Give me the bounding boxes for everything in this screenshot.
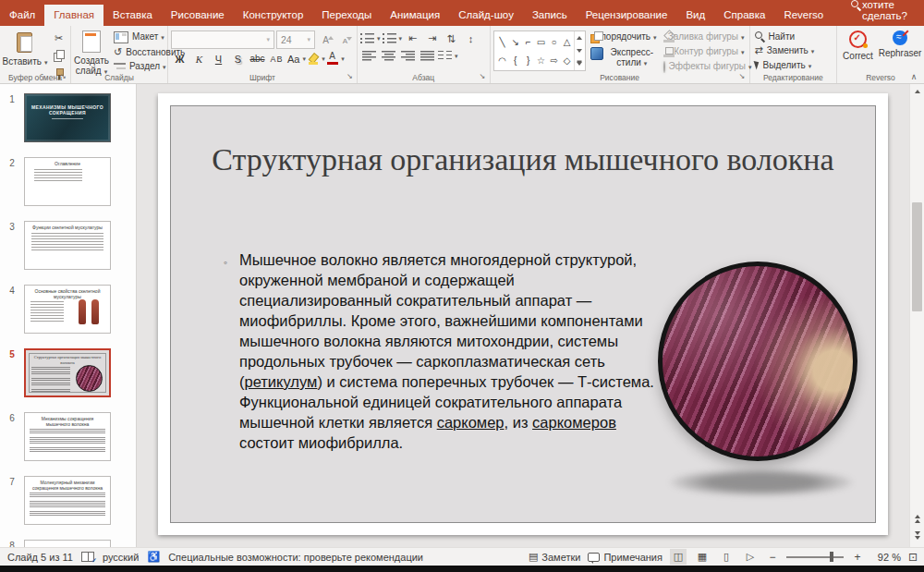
spellcheck-icon[interactable] bbox=[81, 552, 94, 562]
select-button[interactable]: Выделить bbox=[753, 59, 833, 72]
justify-button[interactable] bbox=[419, 48, 436, 64]
font-color-button[interactable] bbox=[327, 51, 345, 67]
text-highlight-button[interactable] bbox=[308, 51, 325, 67]
font-size-combo[interactable]: 24 bbox=[276, 30, 315, 49]
shape-outline-button[interactable]: Контур фигуры bbox=[662, 45, 747, 58]
bold-button[interactable]: Ж bbox=[171, 51, 188, 67]
slide-sorter-view-button[interactable] bbox=[694, 549, 711, 565]
tell-me-search[interactable]: Что вы хотите сделать? bbox=[851, 0, 924, 21]
comments-toggle[interactable]: Примечания bbox=[588, 552, 663, 563]
italic-button[interactable]: К bbox=[190, 51, 208, 67]
muscle-tissue-image[interactable] bbox=[658, 262, 857, 461]
bullets-button[interactable] bbox=[360, 30, 381, 46]
slide-counter[interactable]: Слайд 5 из 11 bbox=[7, 552, 73, 563]
reading-view-button[interactable] bbox=[718, 549, 735, 565]
paragraph-dialog-launcher-icon[interactable] bbox=[479, 73, 488, 82]
tab-record[interactable]: Запись bbox=[523, 5, 577, 26]
slide-editor[interactable]: Структурная организация мышечного волокн… bbox=[158, 93, 888, 535]
text-shadow-button[interactable]: S bbox=[229, 51, 247, 67]
text-direction-button[interactable] bbox=[443, 30, 460, 46]
slide-title-text[interactable]: Структурная организация мышечного волокн… bbox=[204, 140, 842, 179]
paste-button[interactable]: Вставить bbox=[3, 29, 47, 67]
arrow-shape-icon[interactable] bbox=[509, 32, 522, 51]
tab-slide-show[interactable]: Слайд-шоу bbox=[449, 5, 523, 26]
shapes-gallery-scrollbar[interactable] bbox=[574, 31, 585, 70]
zoom-slider-thumb[interactable] bbox=[830, 552, 833, 562]
left-brace-shape-icon[interactable] bbox=[509, 51, 522, 69]
replace-button[interactable]: Заменить bbox=[753, 44, 833, 57]
align-left-button[interactable] bbox=[360, 48, 378, 64]
thumbnail-preview[interactable]: Механизмы сокращения мышечного волокна bbox=[24, 412, 111, 461]
thumbnail-slide-2[interactable]: 2 Оглавление bbox=[0, 157, 136, 213]
thumbnail-slide-4[interactable]: 4 Основные свойства скелетной мускулатур… bbox=[0, 285, 136, 340]
thumbnail-preview[interactable]: Структурная организация мышечного волокн… bbox=[24, 348, 111, 397]
reverso-correct-button[interactable]: Correct bbox=[840, 29, 876, 61]
thumbnail-preview[interactable]: Функции скелетной мускулатуры bbox=[24, 221, 111, 270]
thumbnail-preview[interactable]: Основные свойства скелетной мускулатуры bbox=[24, 285, 111, 334]
collapse-ribbon-button[interactable] bbox=[908, 71, 919, 81]
thumbnail-slide-6[interactable]: 6 Механизмы сокращения мышечного волокна bbox=[0, 412, 136, 468]
clipboard-dialog-launcher-icon[interactable] bbox=[59, 73, 68, 82]
next-slide-button[interactable] bbox=[915, 530, 920, 540]
reverso-rephraser-button[interactable]: Rephraser bbox=[879, 29, 921, 58]
rectangle-shape-icon[interactable] bbox=[535, 32, 548, 51]
shapes-more-icon[interactable] bbox=[577, 62, 582, 66]
diamond-shape-icon[interactable] bbox=[561, 51, 574, 69]
tab-design[interactable]: Конструктор bbox=[234, 5, 313, 26]
shape-effects-button[interactable]: Эффекты фигуры bbox=[662, 60, 747, 74]
thumbnail-preview[interactable]: Оглавление bbox=[24, 157, 111, 206]
tab-file[interactable]: Файл bbox=[0, 5, 44, 26]
tab-review[interactable]: Рецензирование bbox=[577, 5, 677, 26]
zoom-out-button[interactable] bbox=[766, 550, 779, 564]
tab-transitions[interactable]: Переходы bbox=[312, 5, 381, 26]
font-name-combo[interactable] bbox=[171, 30, 274, 49]
quick-styles-button[interactable]: Экспресс-стили bbox=[589, 46, 659, 69]
shapes-gallery[interactable] bbox=[493, 30, 586, 71]
thumbnail-preview[interactable]: МЕХАНИЗМЫ МЫШЕЧНОГО СОКРАЩЕНИЯ bbox=[24, 93, 111, 142]
drawing-dialog-launcher-icon[interactable] bbox=[738, 73, 748, 82]
line-shape-icon[interactable] bbox=[496, 32, 509, 51]
triangle-shape-icon[interactable] bbox=[561, 32, 574, 51]
cut-button[interactable] bbox=[50, 30, 67, 46]
tab-view[interactable]: Вид bbox=[676, 5, 714, 26]
thumbnail-slide-5-selected[interactable]: 5 Структурная организация мышечного воло… bbox=[0, 348, 136, 404]
tab-insert[interactable]: Вставка bbox=[103, 5, 162, 26]
font-dialog-launcher-icon[interactable] bbox=[346, 73, 355, 82]
find-button[interactable]: Найти bbox=[753, 30, 833, 43]
previous-slide-button[interactable] bbox=[915, 514, 920, 523]
decrease-indent-button[interactable] bbox=[404, 30, 421, 46]
slideshow-button[interactable] bbox=[742, 549, 759, 565]
accessibility-icon[interactable] bbox=[147, 551, 160, 563]
shapes-scroll-up-icon[interactable] bbox=[577, 36, 582, 40]
shape-fill-button[interactable]: Заливка фигуры bbox=[662, 30, 747, 43]
align-right-button[interactable] bbox=[399, 48, 417, 64]
shapes-scroll-down-icon[interactable] bbox=[577, 49, 582, 53]
connector-shape-icon[interactable] bbox=[522, 32, 535, 51]
slide-canvas[interactable]: Структурная организация мышечного волокн… bbox=[137, 84, 910, 548]
oval-shape-icon[interactable] bbox=[548, 32, 561, 51]
slide-body-textbox[interactable]: Мышечное волокно является многоядерной с… bbox=[239, 249, 655, 453]
block-arrow-shape-icon[interactable] bbox=[548, 51, 561, 69]
change-case-button[interactable]: Aa bbox=[287, 51, 306, 67]
language-indicator[interactable]: русский bbox=[103, 552, 139, 563]
scrollbar-thumb[interactable] bbox=[912, 202, 922, 311]
thumbnail-slide-3[interactable]: 3 Функции скелетной мускулатуры bbox=[0, 221, 136, 276]
line-spacing-button[interactable] bbox=[462, 30, 480, 46]
thumbnail-preview[interactable]: Молекулярный механизм сокращения мышечно… bbox=[24, 476, 111, 525]
tab-reverso[interactable]: Reverso bbox=[774, 5, 833, 26]
right-brace-shape-icon[interactable] bbox=[522, 51, 535, 69]
underline-button[interactable]: Ч bbox=[210, 51, 227, 67]
numbering-button[interactable] bbox=[383, 30, 403, 46]
scroll-up-button[interactable] bbox=[910, 84, 924, 98]
fit-slide-to-window-button[interactable] bbox=[908, 551, 918, 564]
copy-button[interactable] bbox=[50, 48, 67, 64]
strikethrough-button[interactable]: abc bbox=[249, 51, 266, 67]
increase-indent-button[interactable] bbox=[423, 30, 441, 46]
thumbnail-slide-1[interactable]: 1 МЕХАНИЗМЫ МЫШЕЧНОГО СОКРАЩЕНИЯ bbox=[0, 93, 136, 149]
character-spacing-button[interactable]: АВ bbox=[268, 51, 286, 67]
vertical-scrollbar[interactable] bbox=[909, 84, 924, 505]
arrange-button[interactable]: Упорядочить bbox=[589, 30, 659, 44]
arc-shape-icon[interactable] bbox=[496, 51, 509, 69]
tab-draw[interactable]: Рисование bbox=[162, 5, 234, 26]
notes-toggle[interactable]: Заметки bbox=[529, 551, 580, 563]
